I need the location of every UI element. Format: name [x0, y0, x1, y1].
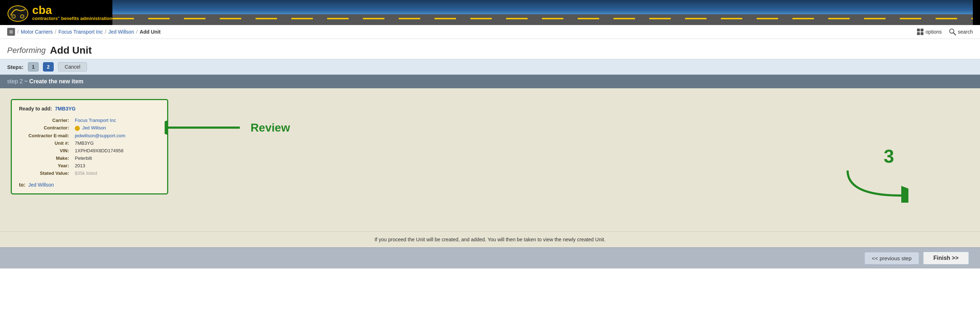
finish-button[interactable]: Finish >>: [923, 251, 969, 265]
table-row: Unit #: 7MB3YG: [19, 139, 160, 147]
step-header: step 2 ~ Create the new item: [0, 75, 980, 88]
to-value: Jed Willson: [28, 182, 54, 188]
ready-to-add: Ready to add: 7MB3YG: [19, 106, 160, 112]
finish-number: 3: [844, 145, 894, 167]
header-road-image: [112, 0, 973, 25]
performing-label: Performing: [7, 46, 46, 55]
vin-label: VIN:: [19, 147, 73, 155]
svg-point-0: [8, 6, 28, 21]
options-label: options: [926, 29, 942, 35]
table-row: Stated Value: $35k listed: [19, 169, 160, 177]
search-label: search: [958, 29, 973, 35]
svg-rect-6: [921, 32, 923, 35]
contractor-link[interactable]: Jed Willson: [82, 125, 106, 130]
unit-label: Unit #:: [19, 139, 73, 147]
finish-hint: 3: [844, 145, 908, 203]
svg-rect-5: [917, 32, 920, 35]
logo-icon: [7, 3, 29, 22]
step-2-button[interactable]: 2: [43, 62, 54, 71]
ready-label: Ready to add:: [19, 106, 52, 112]
finish-arrow-icon: [844, 167, 908, 203]
step-1-button[interactable]: 1: [28, 62, 39, 71]
make-value: Peterbilt: [73, 155, 160, 162]
search-button[interactable]: search: [949, 28, 973, 35]
road-decoration: [112, 14, 973, 25]
notice-bar: If you proceed the Unit will be created,…: [0, 231, 980, 247]
make-label: Make:: [19, 155, 73, 162]
footer-bar: << previous step Finish >>: [0, 247, 980, 269]
svg-rect-3: [917, 28, 920, 32]
table-row: Contractor E-mail: jedwillson@support.co…: [19, 132, 160, 139]
steps-bar: Steps: 1 2 Cancel: [0, 59, 980, 75]
logo-text: cba contractors'' benefits administratio…: [32, 4, 112, 21]
carrier-value: Focus Transport Inc: [73, 117, 160, 124]
table-row: Contractor: Jed Willson: [19, 124, 160, 132]
table-row: Carrier: Focus Transport Inc: [19, 117, 160, 124]
to-link[interactable]: Jed Willson: [28, 182, 54, 188]
contractor-status-icon: [75, 126, 80, 131]
carrier-link[interactable]: Focus Transport Inc: [75, 118, 116, 123]
year-label: Year:: [19, 162, 73, 169]
steps-label: Steps:: [7, 64, 24, 70]
options-icon: [916, 28, 924, 35]
page-title-area: Performing Add Unit: [0, 39, 980, 59]
breadcrumb: ⊞ / Motor Carriers / Focus Transport Inc…: [7, 28, 161, 36]
finish-arrow: [844, 167, 908, 203]
email-value: jedwillson@support.com: [73, 132, 160, 139]
review-arrow-icon: [165, 117, 243, 138]
logo-sub-text: contractors'' benefits administration: [32, 16, 112, 21]
stated-value-label: Stated Value:: [19, 169, 73, 177]
breadcrumb-current: Add Unit: [140, 29, 160, 35]
table-row: Make: Peterbilt: [19, 155, 160, 162]
review-card: Ready to add: 7MB3YG Carrier: Focus Tran…: [11, 99, 168, 194]
header-actions: options search: [916, 28, 973, 35]
detail-table: Carrier: Focus Transport Inc Contractor:…: [19, 117, 160, 177]
table-row: VIN: 1XPHD49X8DD174958: [19, 147, 160, 155]
email-label: Contractor E-mail:: [19, 132, 73, 139]
home-icon[interactable]: ⊞: [7, 28, 15, 36]
ready-value: 7MB3YG: [55, 106, 76, 112]
main-content: Ready to add: 7MB3YG Carrier: Focus Tran…: [0, 88, 980, 231]
breadcrumb-focus-transport[interactable]: Focus Transport Inc: [58, 29, 103, 35]
step-number: step 2: [7, 78, 23, 84]
search-icon: [949, 28, 956, 35]
table-row: Year: 2013: [19, 162, 160, 169]
vin-value: 1XPHD49X8DD174958: [73, 147, 160, 155]
year-value: 2013: [73, 162, 160, 169]
app-header: cba contractors'' benefits administratio…: [0, 0, 980, 25]
svg-point-1: [12, 15, 15, 18]
notice-text: If you proceed the Unit will be created,…: [374, 237, 605, 242]
page-title: Add Unit: [50, 45, 92, 56]
unit-value: 7MB3YG: [73, 139, 160, 147]
previous-step-button[interactable]: << previous step: [864, 252, 919, 264]
breadcrumb-motor-carriers[interactable]: Motor Carriers: [21, 29, 52, 35]
svg-point-2: [21, 15, 24, 18]
review-arrow-area: Review: [165, 117, 290, 138]
to-label: to:: [19, 182, 25, 188]
step-tilde: ~: [24, 78, 29, 84]
carrier-label: Carrier:: [19, 117, 73, 124]
contractor-value: Jed Willson: [73, 124, 160, 132]
contractor-label: Contractor:: [19, 124, 73, 132]
svg-line-8: [953, 33, 956, 35]
to-row: to: Jed Willson: [19, 182, 160, 188]
stated-value: $35k listed: [73, 169, 160, 177]
cancel-button[interactable]: Cancel: [58, 62, 88, 71]
logo: cba contractors'' benefits administratio…: [7, 3, 112, 22]
logo-cba-text: cba: [32, 4, 112, 16]
step-title: Create the new item: [29, 78, 83, 84]
breadcrumb-jed-willson[interactable]: Jed Willson: [108, 29, 134, 35]
email-link[interactable]: jedwillson@support.com: [75, 133, 125, 138]
options-button[interactable]: options: [916, 28, 942, 35]
review-label: Review: [251, 121, 290, 134]
svg-rect-4: [921, 28, 923, 32]
breadcrumb-bar: ⊞ / Motor Carriers / Focus Transport Inc…: [0, 25, 980, 39]
